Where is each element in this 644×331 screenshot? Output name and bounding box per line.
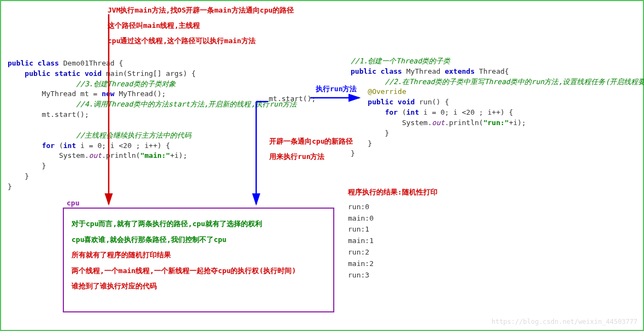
code-mythread: //1.创建一个Thread类的子类 public class MyThread…	[351, 46, 644, 159]
comment-main-continue: //主线程会继续执行主方法中的代码	[42, 131, 191, 139]
cpu-line2: cpu喜欢谁,就会执行那条路径,我们控制不了cpu	[72, 232, 326, 248]
comment-4: //4.调用Thread类中的方法start方法,开启新的线程,执行run方法	[42, 100, 297, 108]
result-row: run:3	[348, 270, 438, 281]
result-row: main:2	[348, 258, 438, 270]
cpu-line3: 所有就有了程序的随机打印结果	[72, 247, 326, 263]
snippet-mtstart: mt.start();	[269, 94, 316, 104]
result-title: 程序执行的结果:随机性打印	[348, 187, 438, 198]
result-row: run:0	[348, 202, 438, 213]
comment-2: //2.在Thread类的子类中重写Thread类中的run方法,设置线程任务(…	[368, 78, 644, 86]
annotation-open1: 开辟一条通向cpu的新路径	[269, 137, 353, 147]
code-demo01thread: public class Demo01Thread { public stati…	[8, 48, 297, 192]
watermark: https://blog.csdn.net/weixin_44503777	[492, 317, 637, 327]
cpu-line4: 两个线程,一个main线程,一个新线程一起抢夺cpu的执行权(执行时间)	[72, 263, 326, 279]
result-row: run:1	[348, 224, 438, 235]
comment-3: //3.创建Thread类的子类对象	[42, 80, 176, 88]
annotation-cpu-exec: cpu通过这个线程,这个路径可以执行main方法	[108, 36, 256, 46]
annotation-main-thread: 这个路径叫main线程,主线程	[108, 21, 200, 31]
result-row: main:1	[348, 235, 438, 247]
annotation-open2: 用来执行run方法	[269, 152, 324, 162]
result-row: main:0	[348, 213, 438, 224]
comment-1: //1.创建一个Thread类的子类	[351, 57, 450, 65]
result-block: 程序执行的结果:随机性打印 run:0 main:0 run:1 main:1 …	[348, 187, 438, 281]
result-row: run:2	[348, 247, 438, 258]
cpu-line1: 对于cpu而言,就有了两条执行的路径,cpu就有了选择的权利	[72, 216, 326, 232]
annotation-jvm: JVM执行main方法,找OS开辟一条main方法通向cpu的路径	[108, 5, 294, 16]
cpu-box: 对于cpu而言,就有了两条执行的路径,cpu就有了选择的权利 cpu喜欢谁,就会…	[63, 208, 334, 312]
cpu-line5: 谁抢到了谁执行对应的代码	[72, 279, 326, 294]
